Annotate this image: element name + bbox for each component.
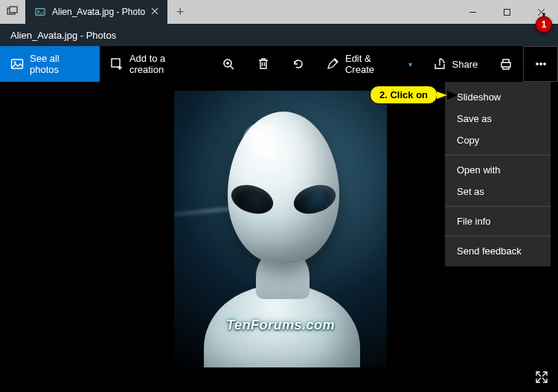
- svg-point-11: [543, 63, 545, 65]
- see-all-photos-label: See all photos: [30, 53, 89, 75]
- chevron-down-icon: ▾: [408, 60, 412, 68]
- menu-separator: [445, 155, 551, 155]
- edit-create-label: Edit & Create: [345, 53, 401, 75]
- svg-point-10: [539, 63, 542, 65]
- window-tab-active[interactable]: Alien_Avata.jpg - Photo: [25, 0, 167, 24]
- new-tab-button[interactable]: +: [167, 0, 193, 24]
- add-to-creation-button[interactable]: Add to a creation: [100, 46, 211, 82]
- delete-button[interactable]: [246, 46, 280, 82]
- taskview-icon[interactable]: [0, 0, 25, 24]
- ellipsis-icon: [534, 57, 548, 71]
- maximize-button[interactable]: [490, 0, 524, 24]
- app-header-title: Alien_Avata.jpg - Photos: [10, 30, 116, 41]
- see-all-photos-button[interactable]: See all photos: [0, 46, 100, 82]
- more-options-button[interactable]: [523, 46, 558, 82]
- annotation-step-badge: 1: [536, 16, 552, 33]
- menu-separator: [445, 206, 551, 207]
- close-tab-icon[interactable]: [151, 7, 158, 17]
- svg-point-9: [536, 63, 538, 65]
- image-watermark: TenForums.com: [174, 318, 387, 333]
- trash-icon: [257, 57, 270, 71]
- add-to-creation-label: Add to a creation: [129, 53, 200, 75]
- svg-point-6: [14, 62, 16, 64]
- svg-rect-4: [504, 9, 510, 15]
- menu-item-save-as[interactable]: Save as: [445, 108, 551, 129]
- print-button[interactable]: [488, 46, 523, 82]
- enter-fullscreen-button[interactable]: [531, 367, 552, 388]
- menu-item-set-as[interactable]: Set as: [445, 181, 551, 202]
- tab-title: Alien_Avata.jpg - Photo: [52, 7, 145, 17]
- window-titlebar: Alien_Avata.jpg - Photo +: [0, 0, 558, 24]
- app-toolbar: See all photos Add to a creation Edit & …: [0, 46, 558, 82]
- add-creation-icon: [110, 57, 124, 71]
- menu-separator: [445, 236, 551, 237]
- share-button[interactable]: Share: [423, 46, 489, 82]
- app-header: Alien_Avata.jpg - Photos: [0, 24, 558, 46]
- edit-create-button[interactable]: Edit & Create ▾: [315, 46, 423, 82]
- svg-rect-7: [112, 59, 120, 67]
- menu-item-open-with[interactable]: Open with: [445, 159, 551, 181]
- zoom-button[interactable]: [211, 46, 246, 82]
- minimize-button[interactable]: [455, 0, 490, 24]
- share-icon: [433, 57, 446, 71]
- gallery-icon: [10, 57, 24, 71]
- menu-item-send-feedback[interactable]: Send feedback: [445, 240, 551, 262]
- annotation-callout: 2. Click on: [370, 86, 447, 104]
- photos-app-icon: [34, 6, 46, 18]
- menu-item-copy[interactable]: Copy: [445, 129, 551, 151]
- print-icon: [499, 57, 513, 71]
- menu-item-slideshow[interactable]: Slideshow: [445, 86, 551, 108]
- zoom-icon: [222, 57, 235, 71]
- displayed-image: TenForums.com: [174, 91, 387, 367]
- more-options-menu: Slideshow Save as Copy Open with Set as …: [445, 82, 551, 266]
- annotation-callout-text: 2. Click on: [370, 86, 437, 104]
- edit-icon: [326, 57, 339, 71]
- rotate-button[interactable]: [280, 46, 315, 82]
- svg-rect-1: [10, 7, 17, 13]
- share-label: Share: [452, 59, 478, 70]
- menu-item-file-info[interactable]: File info: [445, 211, 551, 232]
- rotate-icon: [292, 57, 305, 71]
